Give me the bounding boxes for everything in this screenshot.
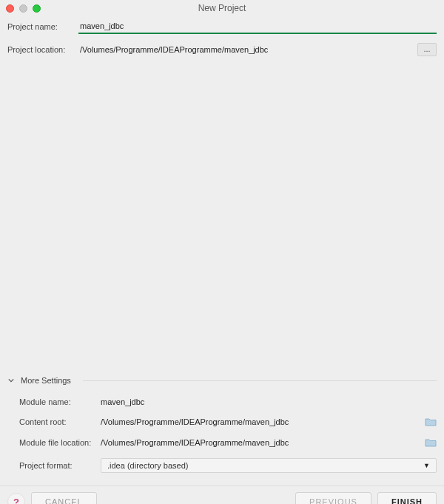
footer-divider	[0, 485, 444, 486]
dialog-content: Project name: Project location: /Volumes…	[0, 16, 444, 478]
content-root-value[interactable]: /Volumes/Programme/IDEAProgramme/maven_j…	[101, 417, 425, 426]
browse-location-button[interactable]: ...	[417, 43, 437, 56]
section-divider	[83, 380, 437, 381]
module-name-value[interactable]: maven_jdbc	[101, 397, 437, 406]
project-name-label: Project name:	[7, 22, 78, 31]
previous-button[interactable]: PREVIOUS	[295, 492, 371, 504]
minimize-window-button[interactable]	[19, 4, 27, 13]
cancel-button[interactable]: CANCEL	[31, 492, 97, 504]
titlebar: New Project	[0, 0, 444, 16]
finish-button[interactable]: FINISH	[377, 492, 437, 504]
close-window-button[interactable]	[6, 4, 14, 13]
module-file-location-value[interactable]: /Volumes/Programme/IDEAProgramme/maven_j…	[101, 438, 425, 447]
project-location-value: /Volumes/Programme/IDEAProgramme/maven_j…	[78, 44, 413, 56]
folder-icon[interactable]	[425, 417, 437, 427]
project-name-input[interactable]	[78, 19, 437, 34]
content-root-row: Content root: /Volumes/Programme/IDEAPro…	[7, 411, 437, 432]
module-file-location-row: Module file location: /Volumes/Programme…	[7, 432, 437, 453]
project-format-row: Project format: .idea (directory based) …	[7, 453, 437, 478]
project-name-row: Project name:	[7, 19, 437, 34]
help-button[interactable]: ?	[7, 493, 25, 504]
caret-down-icon: ▼	[423, 462, 430, 469]
empty-space	[7, 65, 437, 376]
help-icon: ?	[13, 497, 19, 505]
folder-icon[interactable]	[425, 437, 437, 448]
content-root-label: Content root:	[19, 417, 101, 426]
module-file-location-label: Module file location:	[19, 438, 101, 447]
window-title: New Project	[0, 3, 444, 13]
project-format-select[interactable]: .idea (directory based) ▼	[101, 458, 437, 473]
footer: ? CANCEL PREVIOUS FINISH	[0, 492, 444, 504]
more-settings-title: More Settings	[21, 376, 71, 385]
traffic-lights	[6, 4, 41, 13]
module-name-label: Module name:	[19, 397, 101, 406]
chevron-down-icon	[7, 377, 15, 384]
more-settings-header[interactable]: More Settings	[7, 376, 437, 385]
project-location-row: Project location: /Volumes/Programme/IDE…	[7, 43, 437, 56]
module-name-row: Module name: maven_jdbc	[7, 392, 437, 411]
project-location-label: Project location:	[7, 45, 78, 54]
project-format-label: Project format:	[19, 461, 101, 470]
project-format-selected: .idea (directory based)	[107, 461, 188, 470]
maximize-window-button[interactable]	[33, 4, 41, 13]
